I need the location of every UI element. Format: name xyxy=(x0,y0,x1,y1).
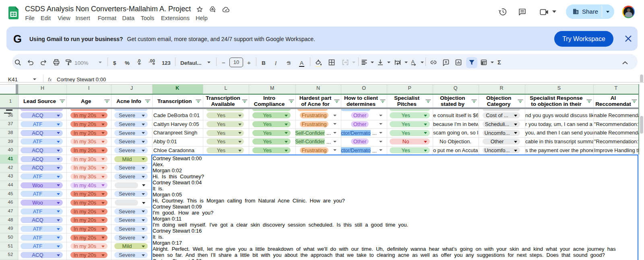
svg-text:.00: .00 xyxy=(149,58,155,63)
svg-text:.0: .0 xyxy=(137,58,140,63)
svg-text:A: A xyxy=(411,59,415,65)
